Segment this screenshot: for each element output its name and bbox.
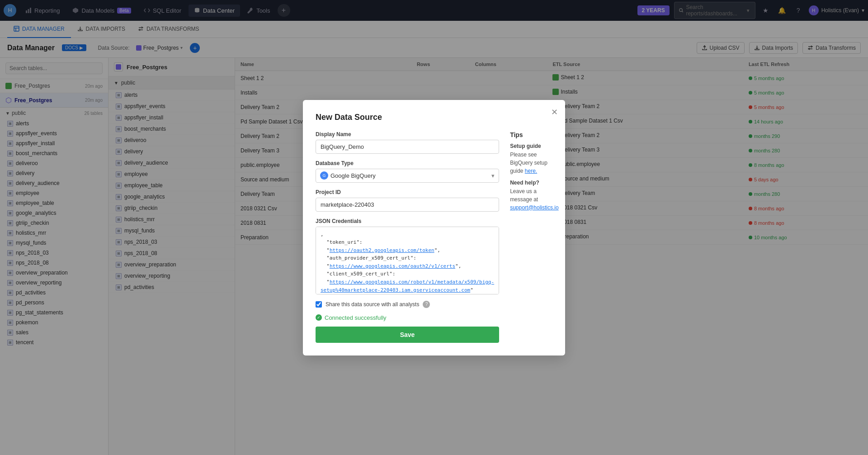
client-cert-url-link[interactable]: https://www.googleapis.com/robot/v1/meta… xyxy=(321,279,494,293)
tips-help-label: Need help? xyxy=(510,180,559,186)
json-cred-group: JSON Credentials , "token_uri": "https:/… xyxy=(316,218,499,294)
share-checkbox-row: Share this data source with all analysts… xyxy=(316,301,499,308)
share-checkbox[interactable] xyxy=(316,301,322,308)
json-credentials-textarea[interactable]: , "token_uri": "https://oauth2.googleapi… xyxy=(316,227,499,294)
tips-setup-label: Setup guide xyxy=(510,143,559,149)
db-type-select[interactable]: Google BigQuery xyxy=(316,169,499,183)
display-name-input[interactable] xyxy=(316,140,499,154)
cert-url-link[interactable]: https://www.googleapis.com/oauth2/v1/cer… xyxy=(330,263,455,269)
modal-close-button[interactable]: ✕ xyxy=(551,107,558,117)
save-button[interactable]: Save xyxy=(316,327,499,343)
modal-tips: Tips Setup guide Please see BigQuery set… xyxy=(510,131,559,343)
connected-message: ✓ Connected successfully xyxy=(316,314,499,321)
modal-body: Display Name Database Type G Google BigQ… xyxy=(316,131,552,343)
setup-guide-link[interactable]: here. xyxy=(525,168,537,174)
project-id-label: Project ID xyxy=(316,189,499,195)
display-name-group: Display Name xyxy=(316,131,499,154)
support-email-link[interactable]: support@holistics.io xyxy=(510,204,559,211)
connected-status-icon: ✓ xyxy=(316,314,322,321)
project-id-input[interactable] xyxy=(316,198,499,212)
new-datasource-modal: New Data Source ✕ Display Name Database … xyxy=(303,100,565,355)
help-icon[interactable]: ? xyxy=(423,301,430,308)
tips-setup-text: Please see BigQuery setup guide here. xyxy=(510,151,559,175)
token-uri-link[interactable]: https://oauth2.googleapis.com/token xyxy=(330,247,434,253)
db-type-group: Database Type G Google BigQuery ▾ xyxy=(316,160,499,183)
tips-help-text: Leave us a message at support@holistics.… xyxy=(510,187,559,212)
display-name-label: Display Name xyxy=(316,131,499,137)
tips-title: Tips xyxy=(510,131,559,138)
db-type-select-wrap: G Google BigQuery ▾ xyxy=(316,169,499,183)
share-label: Share this data source with all analysts xyxy=(326,301,419,308)
json-cred-label: JSON Credentials xyxy=(316,218,499,224)
db-type-label: Database Type xyxy=(316,160,499,166)
modal-title: New Data Source xyxy=(316,113,552,122)
connected-text: Connected successfully xyxy=(325,314,387,321)
modal-form: Display Name Database Type G Google BigQ… xyxy=(316,131,499,343)
project-id-group: Project ID xyxy=(316,189,499,212)
modal-overlay[interactable]: New Data Source ✕ Display Name Database … xyxy=(0,0,868,455)
